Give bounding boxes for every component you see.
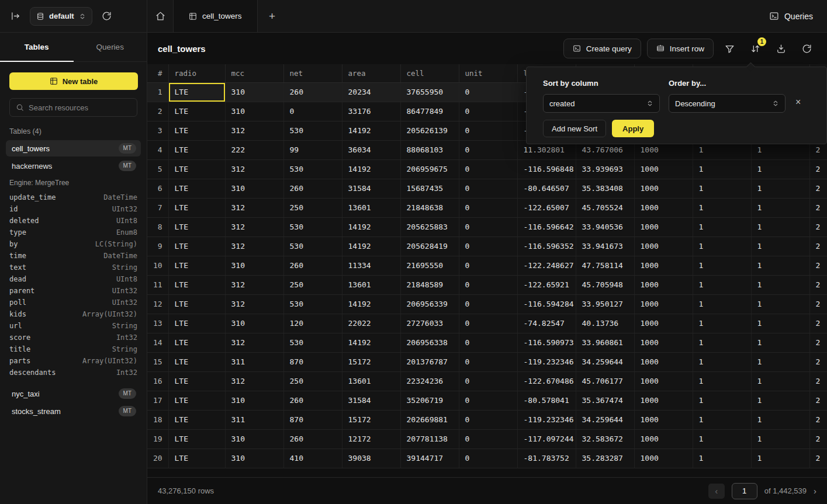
cell[interactable]: 312 [225, 275, 283, 294]
cell[interactable]: 0 [459, 121, 517, 140]
cell[interactable]: 39144717 [400, 449, 459, 468]
cell[interactable]: LTE [168, 333, 225, 352]
cell[interactable]: 311 [225, 352, 283, 371]
cell[interactable]: 250 [283, 371, 342, 391]
cell[interactable]: 530 [283, 333, 342, 352]
column-header-mcc[interactable]: mcc [225, 64, 283, 82]
cell[interactable]: 31584 [342, 391, 400, 410]
cell[interactable]: 14192 [342, 237, 400, 256]
cell[interactable]: 310 [225, 314, 283, 333]
cell[interactable]: 250 [283, 198, 342, 217]
cell[interactable]: 870 [283, 410, 342, 429]
cell[interactable]: 1 [751, 179, 809, 198]
sidebar-table-hackernews[interactable]: hackernewsMT [6, 158, 141, 174]
cell[interactable]: 1000 [634, 159, 693, 179]
cell[interactable]: 14192 [342, 294, 400, 314]
cell[interactable]: 22022 [342, 314, 400, 333]
column-header-num[interactable]: # [147, 64, 168, 82]
cell[interactable]: 20234 [342, 82, 400, 102]
cell[interactable]: 45.706177 [576, 371, 634, 391]
cell[interactable]: 1 [751, 217, 809, 237]
cell[interactable]: 33.940536 [576, 217, 634, 237]
add-new-sort-button[interactable]: Add new Sort [543, 120, 606, 137]
cell[interactable]: 1 [751, 159, 809, 179]
cell[interactable]: 2 [809, 198, 827, 217]
queries-button[interactable]: Queries [769, 11, 813, 21]
cell[interactable]: 530 [283, 294, 342, 314]
cell[interactable]: 1 [693, 429, 751, 449]
cell[interactable]: 206956338 [400, 333, 459, 352]
cell[interactable]: 33176 [342, 102, 400, 121]
cell[interactable]: 312 [225, 371, 283, 391]
cell[interactable]: 206956339 [400, 294, 459, 314]
cell[interactable]: 37655950 [400, 82, 459, 102]
cell[interactable]: 15172 [342, 352, 400, 371]
cell[interactable]: 260 [283, 429, 342, 449]
cell[interactable]: -116.596642 [517, 217, 576, 237]
cell[interactable]: 14192 [342, 159, 400, 179]
cell[interactable]: 1000 [634, 179, 693, 198]
cell[interactable]: 310 [225, 391, 283, 410]
cell[interactable]: LTE [168, 159, 225, 179]
cell[interactable]: 14192 [342, 333, 400, 352]
cell[interactable]: 530 [283, 217, 342, 237]
cell[interactable]: 0 [459, 449, 517, 468]
cell[interactable]: 1 [693, 256, 751, 275]
cell[interactable]: LTE [168, 198, 225, 217]
cell[interactable]: 1 [751, 198, 809, 217]
cell[interactable]: 1000 [634, 333, 693, 352]
cell[interactable]: 2 [809, 275, 827, 294]
cell[interactable]: -122.248627 [517, 256, 576, 275]
cell[interactable]: LTE [168, 352, 225, 371]
cell[interactable]: 1 [693, 217, 751, 237]
cell[interactable]: 2 [809, 159, 827, 179]
cell[interactable]: 27276033 [400, 314, 459, 333]
cell[interactable]: -80.646507 [517, 179, 576, 198]
cell[interactable]: -80.578041 [517, 391, 576, 410]
cell[interactable]: LTE [168, 391, 225, 410]
cell[interactable]: 34.259644 [576, 410, 634, 429]
cell[interactable]: 33.941673 [576, 237, 634, 256]
cell[interactable]: 1000 [634, 352, 693, 371]
remove-sort-button[interactable]: × [795, 98, 801, 107]
next-page-button[interactable]: › [814, 486, 816, 496]
sort-order-select[interactable]: Descending [669, 94, 786, 113]
cell[interactable]: LTE [168, 179, 225, 198]
cell[interactable]: 0 [459, 410, 517, 429]
new-tab-button[interactable]: + [258, 0, 287, 32]
database-selector[interactable]: default [30, 7, 92, 26]
page-number-input[interactable] [732, 483, 757, 499]
cell[interactable]: 1 [693, 391, 751, 410]
cell[interactable]: LTE [168, 237, 225, 256]
cell[interactable]: 310 [225, 102, 283, 121]
apply-sort-button[interactable]: Apply [612, 120, 654, 137]
cell[interactable]: 14192 [342, 217, 400, 237]
cell[interactable]: 0 [459, 102, 517, 121]
cell[interactable]: 1000 [634, 429, 693, 449]
cell[interactable]: 0 [459, 275, 517, 294]
cell[interactable]: 2 [809, 449, 827, 468]
cell[interactable]: 2 [809, 179, 827, 198]
cell[interactable]: 33.939693 [576, 159, 634, 179]
cell[interactable]: 205626139 [400, 121, 459, 140]
cell[interactable]: -81.783752 [517, 449, 576, 468]
cell[interactable]: 99 [283, 140, 342, 159]
cell[interactable]: 120 [283, 314, 342, 333]
cell[interactable]: 15687435 [400, 179, 459, 198]
cell[interactable]: 1 [751, 294, 809, 314]
sort-button[interactable]: 1 [745, 39, 765, 58]
download-button[interactable] [771, 39, 791, 58]
refresh-table-button[interactable] [797, 39, 816, 58]
cell[interactable]: 0 [459, 352, 517, 371]
cell[interactable]: 45.705948 [576, 275, 634, 294]
sidebar-table-cell_towers[interactable]: cell_towersMT [6, 140, 141, 157]
column-header-net[interactable]: net [283, 64, 342, 82]
cell[interactable]: 1 [751, 391, 809, 410]
cell[interactable]: 0 [459, 82, 517, 102]
cell[interactable]: LTE [168, 371, 225, 391]
column-header-area[interactable]: area [342, 64, 400, 82]
cell[interactable]: 1000 [634, 237, 693, 256]
cell[interactable]: 205628419 [400, 237, 459, 256]
sidebar-tab-tables[interactable]: Tables [0, 33, 74, 61]
cell[interactable]: 2 [809, 352, 827, 371]
